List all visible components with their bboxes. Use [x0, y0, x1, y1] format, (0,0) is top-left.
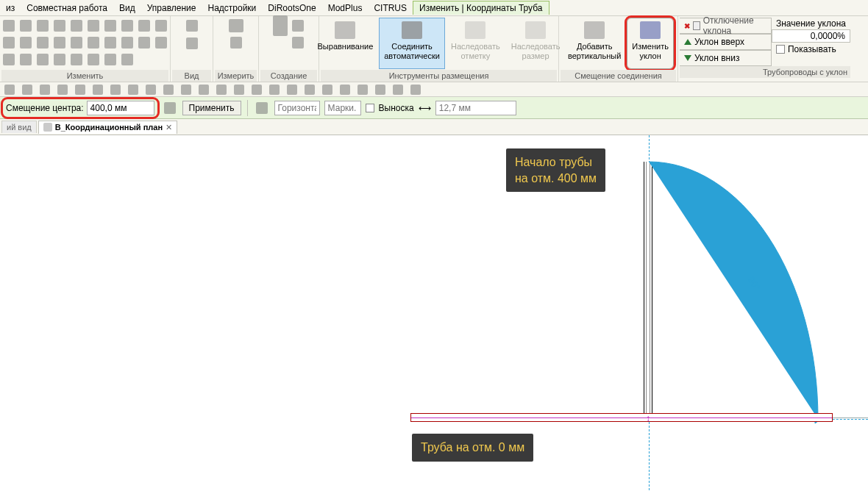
- tool-icon[interactable]: [51, 35, 68, 51]
- pipe-continuation: [833, 417, 868, 418]
- menu-item[interactable]: Надстройки: [202, 1, 262, 15]
- apply-button[interactable]: Применить: [182, 101, 241, 115]
- qat-icon[interactable]: [302, 82, 318, 98]
- qat-icon[interactable]: [390, 82, 406, 98]
- close-icon[interactable]: ✕: [166, 123, 172, 132]
- offset-center-input[interactable]: [87, 101, 154, 115]
- menu-item[interactable]: из: [0, 1, 21, 15]
- qat-icon[interactable]: [178, 82, 194, 98]
- tool-icon[interactable]: [102, 51, 118, 68]
- tool-icon[interactable]: [18, 35, 34, 51]
- tool-icon[interactable]: [1, 35, 17, 51]
- tool-icon[interactable]: [85, 51, 102, 68]
- view-tab-icon: [43, 123, 52, 132]
- tool-icon[interactable]: [153, 35, 169, 51]
- tool-icon[interactable]: [119, 18, 135, 34]
- qat-icon[interactable]: [372, 82, 388, 98]
- tab-modify-pipe[interactable]: Изменить | Координаты Труба: [413, 1, 549, 15]
- menu-item[interactable]: CITRUS: [368, 1, 413, 15]
- qat-icon[interactable]: [355, 82, 371, 98]
- slope-down-row[interactable]: Уклон вниз: [680, 50, 772, 66]
- qat-icon[interactable]: [249, 82, 265, 98]
- qat-icon[interactable]: [337, 82, 353, 98]
- qat-icon[interactable]: [319, 82, 335, 98]
- slope-down-icon: [684, 55, 691, 61]
- qat-icon[interactable]: [266, 82, 282, 98]
- qat-icon[interactable]: [37, 82, 53, 98]
- menu-item[interactable]: Управление: [141, 1, 202, 15]
- tool-icon[interactable]: [102, 18, 118, 34]
- slope-up-icon: [684, 39, 691, 45]
- tool-icon[interactable]: [119, 35, 135, 51]
- tool-icon[interactable]: [184, 35, 200, 51]
- create-icon[interactable]: [290, 18, 306, 34]
- tool-icon[interactable]: [35, 35, 51, 51]
- view-tab-inactive[interactable]: ий вид: [1, 121, 37, 133]
- panel-title-create: Создание: [260, 70, 317, 82]
- tool-icon[interactable]: [1, 51, 17, 68]
- qat-icon[interactable]: [1, 82, 18, 98]
- tool-icon[interactable]: [35, 18, 51, 34]
- add-vertical-button[interactable]: Добавить вертикальный: [563, 18, 626, 69]
- tool-icon[interactable]: [85, 35, 102, 51]
- menu-item[interactable]: Совместная работа: [21, 1, 113, 15]
- menu-item[interactable]: DiRootsOne: [262, 1, 321, 15]
- measure-icon[interactable]: [228, 35, 244, 51]
- inherit-elevation-button: Наследовать отметку: [446, 18, 505, 69]
- inherit-elevation-label-1: Наследовать: [451, 42, 500, 51]
- qat-icon[interactable]: [72, 82, 88, 98]
- tool-icon[interactable]: [68, 35, 85, 51]
- slope-off-row[interactable]: ✖ Отключение уклона: [680, 18, 772, 34]
- show-checkbox[interactable]: [776, 45, 785, 54]
- view-tab-active[interactable]: В_Координационный план ✕: [38, 121, 177, 134]
- tool-icon[interactable]: [85, 18, 102, 34]
- qat-icon[interactable]: [160, 82, 177, 98]
- tool-icon[interactable]: [18, 51, 34, 68]
- panel-slope: ✖ Отключение уклона Уклон вверх Уклон вн…: [678, 16, 852, 82]
- tool-icon[interactable]: [68, 51, 85, 68]
- slope-up-row[interactable]: Уклон вверх: [680, 34, 772, 50]
- tool-icon[interactable]: [51, 51, 68, 68]
- slope-off-checkbox[interactable]: [693, 21, 700, 30]
- panel-modify: Изменить: [0, 16, 171, 82]
- drawing-canvas[interactable]: Начало трубы на отм. 400 мм 90° ↕ Труба …: [0, 135, 868, 490]
- leader-checkbox[interactable]: [366, 104, 374, 112]
- tool-icon[interactable]: [102, 35, 118, 51]
- angle-arc: 90°: [649, 162, 833, 426]
- qat-icon[interactable]: [143, 82, 159, 98]
- horizontal-pipe-selected[interactable]: [410, 413, 833, 422]
- tool-icon[interactable]: [162, 100, 178, 116]
- measure-icon[interactable]: [228, 18, 244, 34]
- tool-icon[interactable]: [1, 18, 17, 34]
- tool-icon[interactable]: [153, 18, 169, 34]
- qat-icon[interactable]: [90, 82, 106, 98]
- connect-auto-button[interactable]: Соединить автоматически: [379, 18, 445, 69]
- qat-icon[interactable]: [125, 82, 141, 98]
- tool-icon[interactable]: [136, 35, 152, 51]
- qat-icon[interactable]: [284, 82, 300, 98]
- tool-icon[interactable]: [254, 100, 270, 116]
- qat-icon[interactable]: [196, 82, 212, 98]
- change-slope-button[interactable]: Изменить уклон: [627, 18, 674, 69]
- panel-title-offset-conn: Смещение соединения: [561, 70, 676, 82]
- qat-icon[interactable]: [231, 82, 247, 98]
- qat-icon[interactable]: [54, 82, 71, 98]
- qat-icon[interactable]: [19, 82, 35, 98]
- alignment-button[interactable]: Выравнивание: [313, 18, 379, 69]
- slope-value[interactable]: 0,0000%: [772, 29, 850, 43]
- qat-icon[interactable]: [213, 82, 230, 98]
- create-icon[interactable]: [272, 18, 288, 34]
- tool-icon[interactable]: [18, 18, 34, 34]
- tool-icon[interactable]: [68, 18, 85, 34]
- tool-icon[interactable]: [51, 18, 68, 34]
- menu-item[interactable]: Вид: [113, 1, 141, 15]
- tool-icon[interactable]: [136, 18, 152, 34]
- create-icon[interactable]: [290, 35, 306, 51]
- leader-label: Выноска: [379, 103, 414, 113]
- tool-icon[interactable]: [119, 51, 135, 68]
- tool-icon[interactable]: [184, 18, 200, 34]
- qat-icon[interactable]: [107, 82, 124, 98]
- tool-icon[interactable]: [35, 51, 51, 68]
- qat-icon[interactable]: [408, 82, 424, 98]
- menu-item[interactable]: ModPlus: [322, 1, 369, 15]
